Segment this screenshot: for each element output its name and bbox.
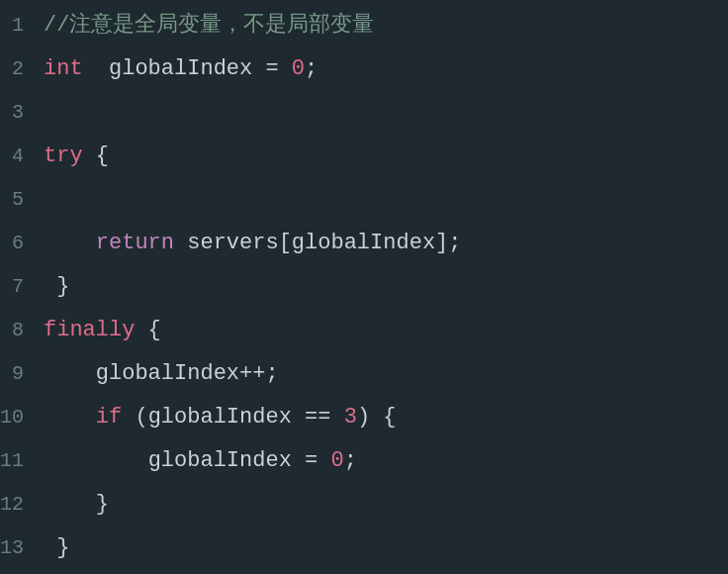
line-content: globalIndex++; — [36, 352, 728, 396]
line-content: } — [36, 526, 728, 570]
code-line: 6 return servers[globalIndex]; — [0, 222, 728, 265]
token-indent — [44, 405, 96, 430]
token-punct: ; — [344, 448, 357, 473]
code-line: 9 globalIndex++; — [0, 352, 728, 396]
token-number: 0 — [330, 448, 343, 473]
line-number: 1 — [0, 4, 36, 48]
code-line: 11 globalIndex = 0; — [0, 439, 728, 483]
token-indent — [44, 361, 96, 386]
line-content: } — [36, 265, 728, 309]
token-punct: = — [292, 448, 331, 473]
line-number: 12 — [0, 483, 36, 526]
line-content: } — [36, 483, 728, 526]
line-number: 8 — [0, 309, 36, 352]
token-punct: ; — [305, 56, 318, 81]
token-punct: ( — [122, 405, 147, 430]
line-content: return servers[globalIndex]; — [36, 222, 728, 265]
token-keyword: finally — [44, 318, 135, 342]
token-ident: globalIndex — [148, 405, 292, 430]
token-ident: globalIndex — [96, 361, 239, 386]
token-ident: servers — [174, 231, 279, 255]
token-punct: ) { — [357, 405, 397, 430]
line-content: finally { — [36, 309, 728, 352]
token-comment: //注意是全局变量，不是局部变量 — [44, 13, 374, 38]
code-line: 8finally { — [0, 309, 728, 352]
line-number: 13 — [0, 526, 36, 570]
code-line: 2int globalIndex = 0; — [0, 48, 728, 91]
line-content: globalIndex = 0; — [36, 439, 728, 483]
token-punct: = — [265, 56, 291, 81]
line-number: 6 — [0, 222, 36, 265]
code-editor: 1//注意是全局变量，不是局部变量2int globalIndex = 0;34… — [0, 0, 728, 574]
token-number: 0 — [292, 56, 305, 81]
token-keyword: if — [96, 405, 122, 430]
line-number: 9 — [0, 352, 36, 396]
line-content: //注意是全局变量，不是局部变量 — [36, 4, 728, 48]
token-ident: globalIndex — [83, 56, 266, 81]
code-line: 10 if (globalIndex == 3) { — [0, 396, 728, 439]
token-return: return — [96, 231, 174, 255]
token-punct: } — [96, 492, 109, 517]
line-number: 10 — [0, 396, 36, 439]
token-punct: { — [135, 318, 160, 342]
token-number: 3 — [344, 405, 357, 430]
line-number: 11 — [0, 439, 36, 483]
token-indent — [44, 492, 96, 517]
line-content: if (globalIndex == 3) { — [36, 396, 728, 439]
code-line: 13 } — [0, 526, 728, 570]
line-number: 5 — [0, 178, 36, 222]
line-number: 4 — [0, 135, 36, 178]
token-ident: globalIndex — [292, 231, 435, 255]
token-punct: } — [44, 274, 69, 299]
token-indent — [44, 231, 96, 255]
line-number: 3 — [0, 91, 36, 135]
code-line: 1//注意是全局变量，不是局部变量 — [0, 4, 728, 48]
code-line: 4try { — [0, 135, 728, 178]
code-line: 12 } — [0, 483, 728, 526]
token-keyword: try — [44, 144, 83, 168]
line-number: 2 — [0, 48, 36, 91]
code-line: 3 — [0, 91, 728, 135]
token-punct: [ — [279, 231, 292, 255]
token-punct: } — [44, 535, 69, 560]
token-punct: == — [292, 405, 344, 430]
line-content: int globalIndex = 0; — [36, 48, 728, 91]
token-punct: { — [83, 144, 109, 168]
token-type: int — [44, 56, 83, 81]
token-punct: ++; — [239, 361, 279, 386]
token-ident: globalIndex — [148, 448, 292, 473]
line-number: 7 — [0, 265, 36, 309]
line-content: try { — [36, 135, 728, 178]
token-punct: ]; — [435, 231, 461, 255]
token-indent — [44, 448, 148, 473]
code-line: 7 } — [0, 265, 728, 309]
code-line: 5 — [0, 178, 728, 222]
